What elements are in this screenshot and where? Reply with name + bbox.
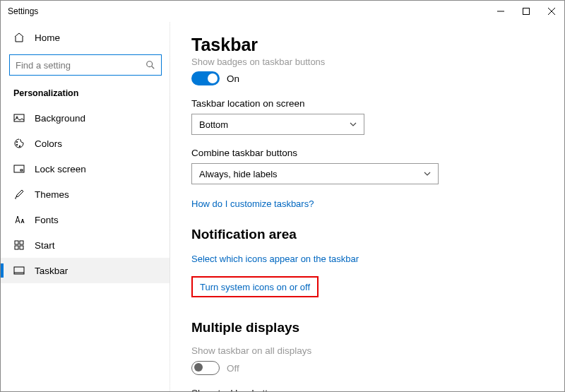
- sidebar-item-background[interactable]: Background: [1, 105, 170, 131]
- picture-icon: [13, 112, 25, 124]
- highlight-system-icons-link: Turn system icons on or off: [191, 276, 319, 297]
- sidebar-item-start[interactable]: Start: [1, 232, 170, 258]
- svg-line-5: [152, 66, 155, 69]
- badges-toggle-row: On: [191, 71, 543, 85]
- home-icon: [13, 32, 25, 43]
- minimize-button[interactable]: [488, 1, 513, 22]
- search-icon: [145, 60, 155, 70]
- taskbar-icon: [13, 265, 25, 276]
- badges-state: On: [227, 73, 239, 84]
- search-field[interactable]: [16, 60, 145, 71]
- sidebar-item-label: Background: [35, 113, 85, 124]
- combine-value: Always, hide labels: [199, 169, 278, 179]
- maximize-button[interactable]: [513, 1, 539, 22]
- window-controls: [488, 1, 564, 22]
- svg-point-4: [147, 61, 153, 67]
- search-input[interactable]: [9, 54, 162, 76]
- page-title: Taskbar: [191, 35, 543, 55]
- sidebar-item-label: Colors: [35, 138, 62, 149]
- svg-point-9: [16, 144, 18, 145]
- svg-rect-13: [15, 241, 18, 244]
- svg-rect-16: [20, 246, 23, 249]
- combine-select[interactable]: Always, hide labels: [191, 163, 439, 184]
- location-select[interactable]: Bottom: [191, 114, 364, 135]
- svg-point-10: [19, 145, 20, 147]
- sidebar: Home Personalization Background Colors L…: [1, 22, 170, 391]
- sidebar-item-label: Start: [35, 240, 55, 251]
- sidebar-item-label: Fonts: [35, 215, 59, 225]
- svg-rect-6: [14, 114, 24, 121]
- location-value: Bottom: [199, 119, 228, 130]
- svg-rect-1: [523, 8, 530, 15]
- badges-toggle[interactable]: [191, 71, 220, 85]
- main-content: Taskbar Show badges on taskbar buttons O…: [170, 22, 564, 391]
- multi-show-label: Show taskbar on all displays: [191, 345, 543, 356]
- multi-buttons-label: Show taskbar buttons on: [191, 388, 543, 391]
- fonts-icon: [13, 214, 25, 225]
- multi-show-toggle[interactable]: [191, 361, 220, 375]
- lockscreen-icon: [13, 163, 25, 174]
- start-icon: [13, 239, 25, 251]
- window-title: Settings: [8, 6, 488, 16]
- multi-show-state: Off: [227, 363, 239, 374]
- svg-point-8: [16, 141, 18, 143]
- help-link[interactable]: How do I customize taskbars?: [191, 198, 314, 209]
- chevron-down-icon: [424, 170, 431, 177]
- sidebar-item-label: Themes: [35, 189, 69, 200]
- select-icons-link[interactable]: Select which icons appear on the taskbar: [191, 254, 359, 264]
- close-button[interactable]: [539, 1, 564, 22]
- notification-heading: Notification area: [191, 227, 543, 242]
- home-label: Home: [35, 32, 60, 43]
- combine-label: Combine taskbar buttons: [191, 148, 543, 158]
- brush-icon: [13, 189, 25, 200]
- svg-rect-15: [15, 246, 18, 249]
- badges-label: Show badges on taskbar buttons: [191, 57, 543, 67]
- chevron-down-icon: [350, 121, 357, 128]
- sidebar-item-themes[interactable]: Themes: [1, 182, 170, 207]
- sidebar-item-taskbar[interactable]: Taskbar: [1, 258, 170, 283]
- svg-rect-14: [20, 241, 23, 244]
- sidebar-item-lockscreen[interactable]: Lock screen: [1, 156, 170, 182]
- sidebar-subheader: Personalization: [1, 84, 170, 105]
- multi-toggle-row: Off: [191, 361, 543, 375]
- palette-icon: [13, 138, 25, 149]
- multiple-displays-heading: Multiple displays: [191, 320, 543, 335]
- svg-rect-12: [20, 170, 23, 171]
- system-icons-link[interactable]: Turn system icons on or off: [200, 282, 310, 292]
- sidebar-item-label: Taskbar: [35, 266, 68, 276]
- titlebar: Settings: [1, 1, 564, 22]
- home-nav[interactable]: Home: [1, 25, 170, 50]
- sidebar-item-colors[interactable]: Colors: [1, 131, 170, 156]
- sidebar-item-fonts[interactable]: Fonts: [1, 207, 170, 232]
- sidebar-item-label: Lock screen: [35, 164, 86, 174]
- location-label: Taskbar location on screen: [191, 98, 543, 109]
